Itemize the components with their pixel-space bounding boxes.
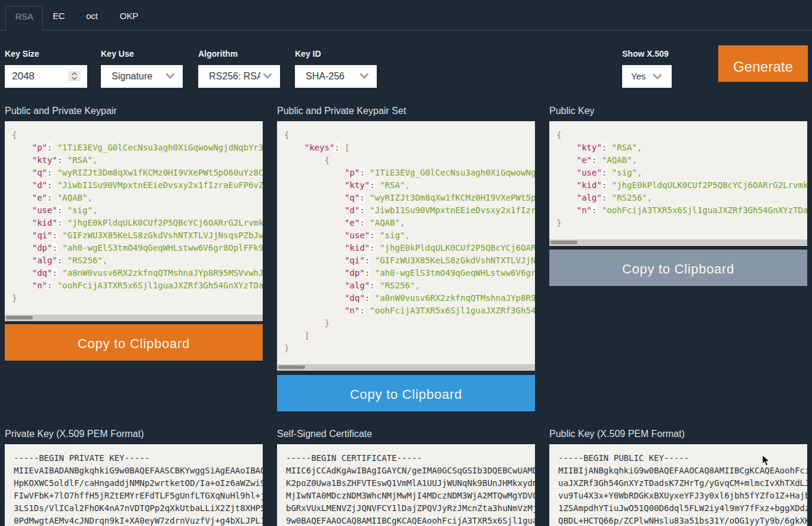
keypair-set-json-code: { "keys": [ { "p": "1TiE3EVg_G0lCecNsu3a…: [277, 121, 535, 364]
copy-keypair-set-button[interactable]: Copy to Clipboard: [277, 375, 535, 411]
scrollbar-thumb[interactable]: [550, 241, 577, 244]
copy-public-key-button[interactable]: Copy to Clipboard: [549, 250, 807, 286]
algorithm-label: Algorithm: [198, 49, 238, 59]
key-use-label: Key Use: [101, 49, 134, 59]
scrollbar-thumb[interactable]: [278, 365, 305, 369]
horizontal-scrollbar[interactable]: [5, 315, 263, 321]
public-key-json-panel: { "kty": "RSA", "e": "AQAB", "use": "sig…: [549, 121, 807, 246]
key-id-select[interactable]: SHA-256: [295, 65, 377, 88]
private-pem-code: -----BEGIN PRIVATE KEY----- MIIEvAIBADAN…: [5, 444, 263, 526]
scrollbar-thumb[interactable]: [6, 316, 33, 319]
private-pem-panel: -----BEGIN PRIVATE KEY----- MIIEvAIBADAN…: [5, 444, 263, 526]
keypair-section-title: Public and Private Keypair: [5, 106, 117, 116]
public-key-json-code: { "kty": "RSA", "e": "AQAB", "use": "sig…: [549, 121, 807, 238]
horizontal-scrollbar[interactable]: [277, 364, 535, 371]
certificate-panel: -----BEGIN CERTIFICATE----- MIIC6jCCAdKg…: [277, 444, 535, 526]
public-key-section-title: Public Key: [549, 106, 595, 116]
chevron-down-icon: [165, 73, 175, 79]
keypair-json-panel: { "p": "1TiE3EVg_G0lCecNsu3agh0XiGqwowNg…: [5, 121, 263, 321]
key-size-label: Key Size: [5, 49, 39, 59]
number-spinner[interactable]: [68, 71, 81, 81]
chevron-down-icon: [263, 73, 272, 79]
show-x509-label: Show X.509: [622, 49, 669, 59]
chevron-down-icon: [359, 73, 369, 79]
public-pem-section-title: Public Key (X.509 PEM Format): [549, 429, 685, 439]
certificate-section-title: Self-Signed Certificate: [277, 429, 372, 439]
mouse-cursor: [762, 454, 770, 467]
tab-oct[interactable]: oct: [76, 6, 107, 30]
tab-rsa[interactable]: RSA: [5, 6, 43, 30]
generate-button[interactable]: Generate: [718, 45, 808, 82]
keypair-json-code: { "p": "1TiE3EVg_G0lCecNsu3agh0XiGqwowNg…: [5, 121, 263, 313]
show-x509-value: Yes: [622, 65, 672, 88]
copy-keypair-button[interactable]: Copy to Clipboard: [5, 324, 263, 361]
tab-bar: RSA EC oct OKP: [0, 0, 812, 30]
private-pem-section-title: Private Key (X.509 PEM Format): [5, 429, 144, 439]
algorithm-value: RS256: RSASSA-PKCS1-v1_5 using SHA-256: [198, 65, 260, 88]
key-use-select[interactable]: Signature: [101, 65, 183, 88]
tab-okp[interactable]: OKP: [110, 6, 147, 30]
tab-ec[interactable]: EC: [44, 6, 74, 30]
certificate-code: -----BEGIN CERTIFICATE----- MIIC6jCCAdKg…: [277, 444, 535, 526]
algorithm-select[interactable]: RS256: RSASSA-PKCS1-v1_5 using SHA-256: [198, 65, 280, 88]
key-id-label: Key ID: [295, 49, 321, 59]
key-size-input[interactable]: 2048: [5, 65, 87, 88]
keypair-set-section-title: Public and Private Keypair Set: [277, 106, 406, 116]
chevron-down-icon: [653, 73, 662, 80]
horizontal-scrollbar[interactable]: [549, 239, 807, 246]
keypair-set-json-panel: { "keys": [ { "p": "1TiE3EVg_G0lCecNsu3a…: [277, 121, 535, 371]
show-x509-select[interactable]: Yes: [622, 65, 672, 88]
